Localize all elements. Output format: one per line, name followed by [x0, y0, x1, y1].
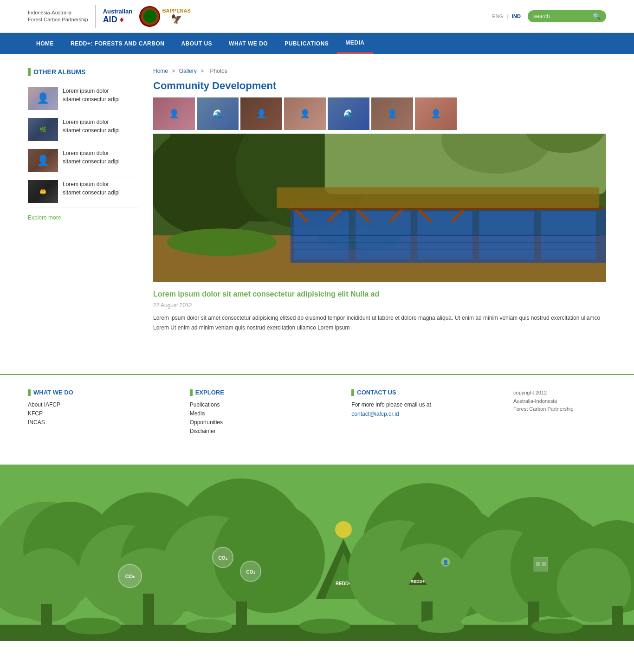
breadcrumb-gallery[interactable]: Gallery — [179, 68, 197, 74]
main-content: OTHER ALBUMS 👤 Lorem ipsum dolor sitamet… — [0, 54, 634, 346]
page-title: Community Development — [153, 80, 606, 92]
search-input[interactable] — [533, 13, 589, 19]
album-item-3[interactable]: 👤 Lorem ipsum dolor sitamet consectur ad… — [28, 145, 139, 176]
pt-icon-6: 👤 — [371, 97, 413, 130]
footer-link-opportunities[interactable]: Opportunities — [190, 419, 324, 426]
svg-point-75 — [418, 619, 464, 633]
thumb-person-4: 🤲 — [28, 180, 58, 203]
pt-icon-4: 👤 — [284, 97, 326, 130]
footer-link-incas[interactable]: INCAS — [28, 419, 162, 426]
album-text-1: Lorem ipsum dolor sitamet consectur adip… — [63, 87, 120, 103]
thumb-person-2: 🌿 — [28, 118, 58, 141]
org-line2: Forest Carbon Partnership — [28, 16, 88, 23]
photo-thumb-4[interactable]: 👤 — [284, 97, 326, 130]
footer-copyright: copyright 2012 Australia-Indonesia Fores… — [513, 389, 606, 437]
australian-aid-logo: Australian AID ♦ — [103, 8, 133, 25]
footer-email[interactable]: contact@iafcp.or.id — [351, 411, 399, 417]
album-item-4[interactable]: 🤲 Lorem ipsum dolor sitamet consectur ad… — [28, 176, 139, 207]
nav-publications[interactable]: PUBLICATIONS — [276, 34, 337, 53]
svg-point-8 — [167, 228, 277, 256]
album-item-1[interactable]: 👤 Lorem ipsum dolor sitamet consectur ad… — [28, 83, 139, 114]
breadcrumb-sep2: > — [201, 68, 205, 74]
lang-eng[interactable]: ENG — [492, 13, 503, 19]
iafcp-logo-circle — [139, 6, 160, 27]
copyright-line3: Forest Carbon Partnership — [513, 405, 606, 414]
footer-title-bar-3 — [351, 389, 354, 396]
sidebar-title: OTHER ALBUMS — [28, 68, 139, 76]
photo-thumbnails-row: 👤 🌊 👤 👤 🌊 👤 👤 — [153, 97, 606, 130]
copyright-line2: Australia-Indonesia — [513, 397, 606, 406]
bappenas-emblem: 🦅 — [171, 13, 182, 25]
footer-link-media[interactable]: Media — [190, 410, 324, 417]
nav-home[interactable]: HOME — [28, 34, 62, 53]
org-line1: Indonesia-Australia — [28, 9, 88, 16]
main-nav: HOME REDD+: FORESTS AND CARBON ABOUT US … — [0, 33, 634, 54]
tree-footer-illustration: CO₂ CO₂ CO₂ REDD+ REDD+ 👤 — [0, 465, 634, 641]
footer-title-bar-2 — [190, 389, 193, 396]
photo-thumb-5[interactable]: 🌊 — [328, 97, 369, 130]
svg-point-73 — [186, 619, 232, 633]
svg-text:REDD+: REDD+ — [336, 581, 351, 586]
pt-icon-7: 👤 — [415, 97, 457, 130]
sidebar-title-bar — [28, 68, 31, 76]
album-thumb-4: 🤲 — [28, 180, 58, 203]
nav-media[interactable]: MEDIA — [337, 33, 373, 54]
main-image-svg — [153, 134, 606, 282]
svg-point-72 — [65, 618, 121, 634]
svg-rect-23 — [277, 187, 599, 208]
thumb-person-1: 👤 — [28, 87, 58, 110]
svg-rect-65 — [536, 562, 540, 566]
svg-text:CO₂: CO₂ — [125, 574, 136, 579]
lang-ind[interactable]: IND — [512, 13, 521, 19]
footer-link-disclaimer[interactable]: Disclaimer — [190, 428, 324, 434]
content-area: Home > Gallery > Photos Community Develo… — [153, 68, 606, 332]
article-body: Lorem ipsum dolor sit amet consectetur a… — [153, 313, 606, 332]
svg-point-51 — [335, 521, 352, 538]
footer-link-publications[interactable]: Publications — [190, 401, 324, 408]
breadcrumb-home[interactable]: Home — [153, 68, 168, 74]
photo-thumb-2[interactable]: 🌊 — [197, 97, 239, 130]
header: Indonesia-Australia Forest Carbon Partne… — [0, 0, 634, 33]
footer-svg: CO₂ CO₂ CO₂ REDD+ REDD+ 👤 — [0, 465, 634, 641]
footer-col-what-we-do: WHAT WE DO About IAFCP KFCP INCAS — [28, 389, 162, 437]
sidebar: OTHER ALBUMS 👤 Lorem ipsum dolor sitamet… — [28, 68, 139, 332]
footer-link-kfcp[interactable]: KFCP — [28, 410, 162, 417]
photo-thumb-7[interactable]: 👤 — [415, 97, 457, 130]
aid-text-sub: AID ♦ — [103, 15, 133, 25]
svg-text:CO₂: CO₂ — [246, 569, 255, 575]
header-right: ENG | IND 🔍 — [492, 10, 606, 22]
svg-text:👤: 👤 — [443, 559, 449, 565]
footer-columns: WHAT WE DO About IAFCP KFCP INCAS EXPLOR… — [28, 389, 606, 437]
search-box[interactable]: 🔍 — [528, 10, 606, 22]
album-item-2[interactable]: 🌿 Lorem ipsum dolor sitamet consectur ad… — [28, 114, 139, 145]
header-divider — [95, 5, 96, 28]
nav-redd[interactable]: REDD+: FORESTS AND CARBON — [62, 34, 173, 53]
bappenas-logo: BAPPENAS 🦅 — [167, 6, 186, 27]
footer-link-about[interactable]: About IAFCP — [28, 401, 162, 408]
org-text-block: Indonesia-Australia Forest Carbon Partne… — [28, 9, 88, 24]
pt-icon-3: 👤 — [240, 97, 282, 130]
album-thumb-1: 👤 — [28, 87, 58, 110]
footer-col1-title: WHAT WE DO — [28, 389, 162, 396]
language-selector: ENG | IND — [492, 13, 521, 19]
aid-text-australian: Australian — [103, 8, 133, 15]
search-icon[interactable]: 🔍 — [593, 13, 601, 20]
svg-text:CO₂: CO₂ — [219, 556, 227, 561]
thumb-person-3: 👤 — [28, 149, 58, 172]
pt-icon-5: 🌊 — [328, 97, 369, 130]
photo-thumb-6[interactable]: 👤 — [371, 97, 413, 130]
explore-more-link[interactable]: Explore more — [28, 214, 139, 221]
aid-text-block: Australian AID ♦ — [103, 8, 133, 25]
svg-text:REDD+: REDD+ — [411, 579, 425, 584]
album-text-4: Lorem ipsum dolor sitamet consectur adip… — [63, 180, 120, 197]
iafcp-logo-inner — [141, 7, 159, 26]
photo-thumb-1[interactable]: 👤 — [153, 97, 195, 130]
nav-what-we-do[interactable]: WHAT WE DO — [220, 34, 276, 53]
breadcrumb-sep1: > — [172, 68, 176, 74]
photo-thumb-3[interactable]: 👤 — [240, 97, 282, 130]
nav-about[interactable]: ABOUT US — [173, 34, 220, 53]
svg-rect-66 — [542, 562, 546, 566]
main-photo — [153, 134, 606, 282]
footer-contact-text: For more info please email us at — [351, 401, 485, 408]
kangaroo-symbol: ♦ — [117, 15, 124, 24]
